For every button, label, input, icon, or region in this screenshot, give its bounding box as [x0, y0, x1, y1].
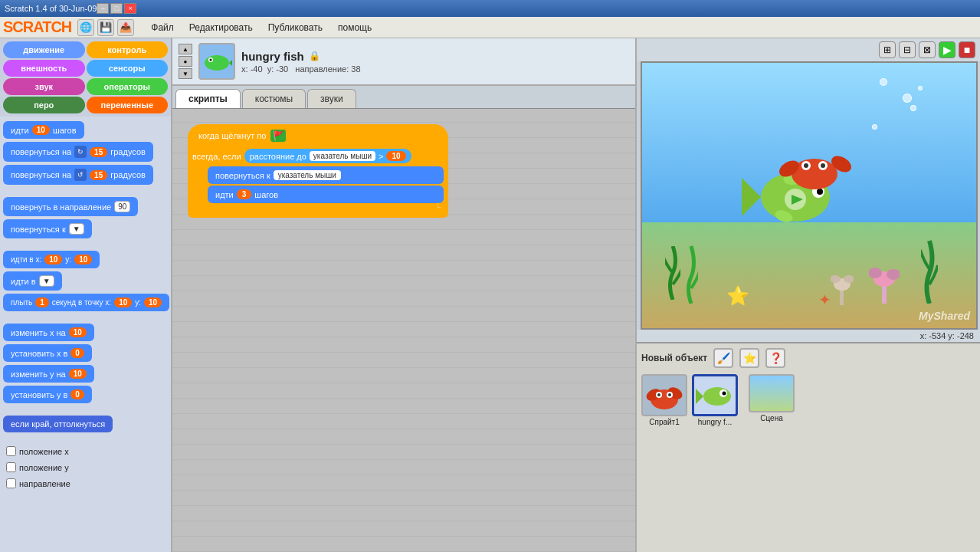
turn-to-block[interactable]: повернуться к указатель мыши	[208, 166, 444, 184]
block-turn-right[interactable]: повернуться на ↻ 15 градусов	[3, 142, 153, 162]
bubble5	[872, 124, 877, 130]
block-point-dir[interactable]: повернуть в направление 90	[3, 197, 138, 216]
inner-blocks: повернуться к указатель мыши идти 3 шаго…	[208, 166, 444, 203]
sprite-nav-up[interactable]: ▲	[179, 44, 192, 54]
sprite-nav-center[interactable]: ●	[179, 56, 192, 67]
sprite-thumb-crab[interactable]: Спрайт1	[641, 374, 687, 426]
script-canvas: когда щёлкнут по 🚩 всегда, если расстоян…	[188, 124, 448, 218]
scratch-logo: SCRATCH	[3, 18, 71, 36]
block-change-x[interactable]: изменить х на 10	[3, 324, 94, 341]
minimize-button[interactable]: −	[97, 3, 109, 14]
block-glide[interactable]: плыть 1 секунд в точку х: 10 у: 10	[3, 294, 169, 311]
cat-variables[interactable]: переменные	[87, 97, 169, 113]
cat-sensing[interactable]: сенсоры	[87, 60, 169, 77]
script-stack: когда щёлкнут по 🚩 всегда, если расстоян…	[188, 124, 448, 218]
titlebar-title: Scratch 1.4 of 30-Jun-09	[5, 4, 97, 13]
middle-panel: ▲ ● ▼ hungry fish 🔒 x: -40	[172, 38, 635, 552]
block-dir-checkbox[interactable]: направление	[3, 477, 168, 490]
dir-label: направление	[19, 479, 70, 488]
present-button[interactable]: ⊞	[879, 41, 896, 58]
maximize-button[interactable]: □	[110, 3, 123, 14]
sprite-thumb-scene[interactable]: Сцена	[749, 374, 795, 422]
svg-point-37	[723, 392, 726, 396]
block-set-y[interactable]: установить у в 0	[3, 386, 92, 403]
sprite-thumb-fish[interactable]: hungry f...	[692, 374, 738, 426]
share-icon[interactable]: 📤	[117, 19, 134, 36]
sprite-tray: Новый объект 🖌️ ⭐ ❓	[637, 342, 980, 552]
star-new-sprite-button[interactable]: ⭐	[739, 348, 759, 368]
seaweed1	[665, 246, 680, 301]
bubble2	[910, 105, 916, 111]
paint-new-sprite-button[interactable]: 🖌️	[713, 348, 733, 368]
coral2	[831, 267, 854, 307]
cat-looks[interactable]: внешность	[3, 60, 85, 77]
block-goto-xy[interactable]: идти в х: 10 у: 10	[3, 251, 100, 268]
block-move[interactable]: идти 10 шагов	[3, 121, 84, 139]
titlebar: Scratch 1.4 of 30-Jun-09 − □ ×	[0, 0, 980, 17]
tab-sounds[interactable]: звуки	[307, 89, 356, 108]
block-goto[interactable]: идти в ▼	[3, 271, 62, 291]
block-bounce[interactable]: если край, оттолкнуться	[3, 416, 113, 432]
categories: движение контроль внешность сенсоры звук…	[0, 38, 171, 117]
forever-if-header: всегда, если расстояние до указатель мыш…	[192, 149, 411, 163]
svg-point-34	[703, 387, 731, 406]
sprite-nav-down[interactable]: ▼	[179, 68, 192, 79]
cat-motion[interactable]: движение	[3, 41, 85, 58]
normal-view-button[interactable]: ⊟	[899, 41, 916, 58]
bubble4	[880, 78, 887, 86]
block-turn-left[interactable]: повернуться на ↺ 15 градусов	[3, 165, 153, 185]
svg-point-3	[210, 59, 212, 61]
question-new-sprite-button[interactable]: ❓	[765, 348, 785, 368]
dir-check[interactable]	[6, 478, 16, 488]
menu-help[interactable]: помощь	[330, 19, 379, 36]
menu-file[interactable]: Файл	[143, 19, 182, 36]
menu-edit[interactable]: Редактировать	[182, 19, 261, 36]
sprite-label-crab: Спрайт1	[649, 418, 680, 426]
block-set-x[interactable]: установить х в 0	[3, 344, 92, 362]
titlebar-controls: − □ ×	[97, 3, 136, 14]
cat-sound[interactable]: звук	[3, 78, 85, 95]
close-button[interactable]: ×	[124, 3, 136, 14]
xpos-check[interactable]	[6, 446, 16, 456]
hat-block[interactable]: когда щёлкнут по 🚩	[188, 124, 448, 146]
block-change-y[interactable]: изменить у на 10	[3, 365, 94, 383]
tab-scripts[interactable]: скрипты	[175, 89, 241, 108]
stop-button[interactable]: ■	[959, 41, 975, 58]
tab-costumes[interactable]: костюмы	[242, 89, 306, 108]
svg-marker-35	[696, 389, 703, 404]
svg-point-9	[817, 189, 823, 195]
move-val: 3	[237, 189, 252, 199]
lock-icon: 🔒	[309, 51, 320, 61]
cat-pen[interactable]: перо	[3, 97, 85, 113]
condition-block: расстояние до указатель мыши > 10	[244, 149, 411, 163]
forever-if-block[interactable]: всегда, если расстояние до указатель мыш…	[188, 146, 448, 218]
new-object-label: Новый объект	[641, 353, 707, 363]
menubar: SCRATCH 🌐 💾 📤 Файл Редактировать Публико…	[0, 17, 980, 38]
sprites-row: Спрайт1 hungry f...	[641, 374, 975, 426]
save-icon[interactable]: 💾	[97, 19, 114, 36]
sprite-tray-header: Новый объект 🖌️ ⭐ ❓	[641, 348, 975, 368]
starfish: ⭐	[726, 285, 749, 307]
cat-operators[interactable]: операторы	[87, 78, 169, 95]
svg-marker-5	[742, 178, 761, 216]
fullscreen-button[interactable]: ⊠	[919, 41, 936, 58]
block-ypos-checkbox[interactable]: положение у	[3, 461, 168, 474]
main-area: движение контроль внешность сенсоры звук…	[0, 38, 980, 552]
menu-publish[interactable]: Публиковать	[261, 19, 330, 36]
stage-coords: x: -534 y: -248	[637, 330, 980, 342]
globe-icon[interactable]: 🌐	[77, 19, 94, 36]
block-xpos-checkbox[interactable]: положение х	[3, 445, 168, 458]
green-flag-button[interactable]: ▶	[939, 41, 955, 58]
ypos-check[interactable]	[6, 462, 16, 472]
move-block[interactable]: идти 3 шагов	[208, 186, 444, 203]
scene-img	[749, 374, 795, 412]
cat-control[interactable]: контроль	[87, 41, 169, 58]
sprite-img-crab	[641, 374, 687, 416]
scripts-area[interactable]: когда щёлкнут по 🚩 всегда, если расстоян…	[172, 109, 635, 552]
xpos-label: положение х	[19, 447, 69, 456]
sprite-img-fish	[692, 374, 738, 416]
starfish2: ✦	[818, 291, 831, 309]
scene-label: Сцена	[760, 414, 782, 422]
block-point-to[interactable]: повернуться к ▼	[3, 219, 92, 238]
block-end: └	[192, 203, 444, 212]
